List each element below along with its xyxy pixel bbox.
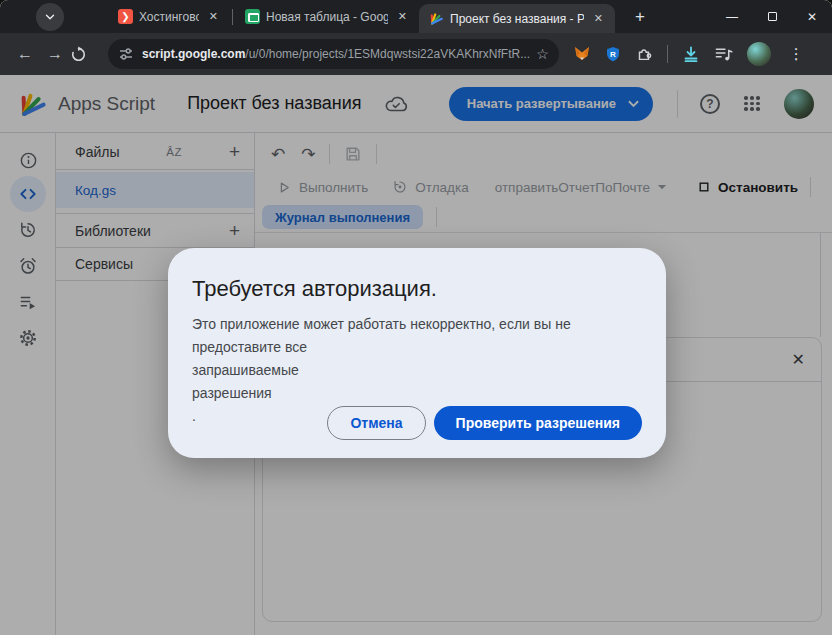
playlist-icon[interactable] <box>714 45 733 63</box>
shield-extension-icon[interactable]: R <box>605 46 621 63</box>
close-window-button[interactable]: ✕ <box>792 0 832 33</box>
tab-apps-script-active[interactable]: Проект без названия - Реда ✕ <box>419 4 615 33</box>
minimize-button[interactable]: — <box>712 0 752 33</box>
window-controls: — ✕ <box>712 0 832 33</box>
browser-toolbar: ← → script.google.com/u/0/home/projects/… <box>0 33 832 75</box>
downloads-icon[interactable] <box>682 45 700 63</box>
maximize-icon <box>768 12 777 21</box>
authorization-dialog: Требуется авторизация. Это приложение мо… <box>168 248 666 458</box>
review-permissions-button[interactable]: Проверить разрешения <box>434 406 642 440</box>
dialog-title: Требуется авторизация. <box>192 274 642 304</box>
tab-title: Новая таблица - Google Та <box>266 10 388 24</box>
site-settings-icon[interactable] <box>118 46 134 62</box>
forward-button[interactable]: → <box>40 45 70 63</box>
screen: ❯ Хостинговое сообщество «Т ✕ Новая табл… <box>0 0 832 635</box>
new-tab-button[interactable]: + <box>629 7 651 27</box>
tab-separator <box>232 9 233 25</box>
dialog-body-line: разрешения <box>192 382 642 405</box>
bookmark-star-icon[interactable]: ☆ <box>536 46 549 62</box>
community-favicon: ❯ <box>118 9 133 24</box>
extensions-row: R <box>573 42 808 66</box>
browser-menu-icon[interactable]: ⋮ <box>785 45 808 63</box>
browser-chrome: ❯ Хостинговое сообщество «Т ✕ Новая табл… <box>0 0 832 75</box>
tab-close-icon[interactable]: ✕ <box>394 8 411 25</box>
tab-search-button[interactable] <box>36 3 64 31</box>
cancel-button[interactable]: Отмена <box>327 406 425 440</box>
url-domain: script.google.com <box>142 47 245 61</box>
tab-title: Хостинговое сообщество «Т <box>139 10 199 24</box>
dialog-actions: Отмена Проверить разрешения <box>327 406 642 440</box>
metamask-icon[interactable] <box>573 45 591 63</box>
reload-icon <box>70 46 87 63</box>
maximize-button[interactable] <box>752 0 792 33</box>
tab-close-icon[interactable]: ✕ <box>205 8 222 25</box>
reload-button[interactable] <box>70 46 100 63</box>
tab-strip: ❯ Хостинговое сообщество «Т ✕ Новая табл… <box>0 0 832 33</box>
dialog-body-line: запрашиваемые <box>192 359 642 382</box>
dialog-body-line: Это приложение может работать некорректн… <box>192 313 642 359</box>
back-button[interactable]: ← <box>10 45 40 63</box>
tab-close-icon[interactable]: ✕ <box>590 10 607 27</box>
tab-hosting-community[interactable]: ❯ Хостинговое сообщество «Т ✕ <box>108 0 230 33</box>
tab-title: Проект без названия - Реда <box>450 12 584 26</box>
sheets-favicon <box>245 9 260 24</box>
svg-text:R: R <box>610 49 616 58</box>
toolbar-separator <box>667 45 668 63</box>
extensions-puzzle-icon[interactable] <box>635 45 653 63</box>
url-text: script.google.com/u/0/home/projects/1ESM… <box>142 47 530 61</box>
apps-script-favicon <box>429 11 444 26</box>
address-bar[interactable]: script.google.com/u/0/home/projects/1ESM… <box>108 39 559 69</box>
tab-google-sheets[interactable]: Новая таблица - Google Та ✕ <box>235 0 419 33</box>
browser-profile-avatar[interactable] <box>747 42 771 66</box>
url-path: /u/0/home/projects/1ESMdqwstsi22aVKAKhrx… <box>245 47 530 61</box>
chevron-down-icon <box>43 10 57 24</box>
